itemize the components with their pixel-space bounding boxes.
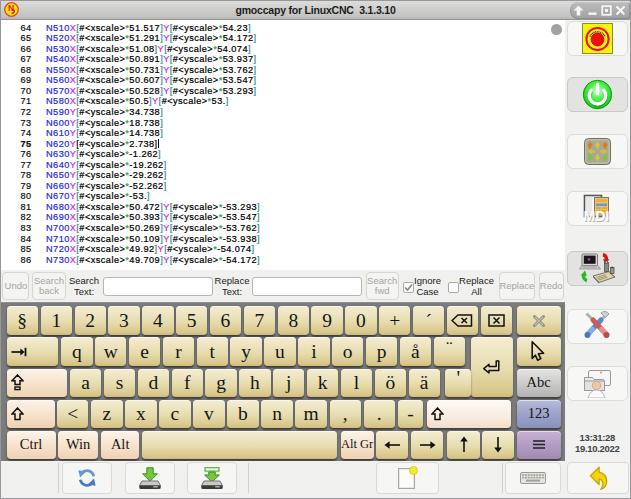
svg-text:MDI: MDI — [584, 208, 610, 224]
svg-text:N: N — [8, 3, 14, 13]
